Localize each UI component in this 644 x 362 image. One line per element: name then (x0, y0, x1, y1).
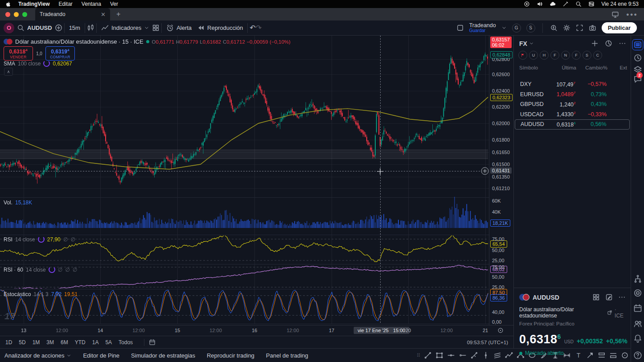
layout-menu[interactable]: Tradeando Guardar (469, 23, 496, 33)
buy-button[interactable]: 0,63194 COMPRAR (45, 46, 75, 61)
toolbar-drag-handle[interactable]: ⠿ (417, 353, 420, 358)
column-header-símbolo[interactable]: Símbolo (519, 65, 544, 70)
details-description[interactable]: Dólar australiano/Dólar estadounidense (519, 306, 605, 319)
filter-chip-h[interactable]: H (540, 51, 549, 60)
minimize-window-button[interactable] (14, 12, 19, 17)
watchlist-row-audusd[interactable]: AUDUSD0,631860,56% (515, 119, 630, 130)
info-line-tool-icon[interactable] (470, 351, 478, 359)
volume-icon[interactable] (537, 1, 543, 7)
details-symbol[interactable]: AUDUSD (533, 294, 559, 301)
rsi-legend[interactable]: RSI 14 close 27,90 ∅ ∅ (4, 236, 75, 243)
price-chart[interactable] (0, 36, 489, 325)
quick-search-icon[interactable] (550, 24, 558, 32)
settings-icon[interactable]: ∅ (70, 236, 75, 243)
spotlight-icon[interactable] (575, 1, 582, 7)
trend-line-tool-icon[interactable] (424, 351, 432, 359)
watchlist-row-gbpusd[interactable]: GBPUSD1,24020,43% (515, 99, 630, 110)
layout-checkbox-icon[interactable] (456, 24, 464, 32)
radar-rail-icon[interactable] (633, 289, 642, 297)
symbol-search-button[interactable]: AUDUSD (14, 24, 55, 32)
menubar-item-editar[interactable]: Editar (58, 1, 72, 7)
external-link-icon[interactable] (607, 310, 612, 315)
watchlist-row-dxy[interactable]: DXY107,497−0,57% (515, 79, 630, 89)
undo-icon[interactable]: ↶ (250, 24, 255, 32)
hide-icon[interactable]: ∅ (63, 236, 68, 243)
g-button[interactable]: G (512, 24, 521, 33)
go-to-date-calendar-icon[interactable] (149, 339, 156, 346)
range-button-ytd[interactable]: YTD (75, 339, 86, 346)
redo-icon[interactable]: ↷ (256, 24, 262, 32)
apple-icon[interactable] (5, 1, 11, 7)
footer-tab-reproducir-trading[interactable]: Reproducir trading (207, 352, 254, 359)
tabbar-overflow-icon[interactable]: ●●● (626, 12, 638, 17)
notifications-rail-icon[interactable] (633, 334, 642, 343)
details-menu-icon[interactable] (618, 293, 626, 301)
monitor-icon[interactable] (611, 11, 619, 18)
footer-tab-simulador-de-estrategias[interactable]: Simulador de estrategias (131, 352, 195, 359)
flag-filter-chip[interactable] (518, 51, 527, 60)
stochastic-legend[interactable]: Estocástico 14 1 3 7,92 19,51 (4, 291, 78, 297)
add-symbol-icon[interactable] (591, 40, 599, 47)
community-rail-icon[interactable] (633, 319, 642, 328)
save-layout-link[interactable]: Guardar (469, 28, 486, 33)
candles-style-icon[interactable] (87, 24, 94, 32)
new-tab-button[interactable]: + (116, 10, 120, 18)
settings-icon[interactable]: ∅ (65, 267, 70, 273)
footer-tab-panel-de-trading[interactable]: Panel de trading (266, 352, 308, 359)
alert-button[interactable]: Alerta (164, 24, 194, 32)
quantity-field[interactable]: 1,0 (36, 51, 42, 56)
collapse-pane-button[interactable]: ∧ (4, 68, 13, 76)
alerts-clock-rail-icon[interactable] (633, 53, 642, 62)
watchlist-rail-icon[interactable] (632, 39, 643, 50)
range-button-1m[interactable]: 1M (33, 339, 40, 346)
time-axis[interactable]: vie 17 Ene '2515:00 1312:001412:001512:0… (0, 325, 513, 336)
menubar-app-name[interactable]: TradingView (18, 1, 49, 7)
range-button-todos[interactable]: Todos (119, 339, 133, 346)
record-icon[interactable] (524, 1, 530, 7)
horizontal-ray-tool-icon[interactable] (459, 351, 467, 359)
footer-tab-analizador-de-acciones[interactable]: Analizador de acciones (4, 352, 71, 359)
cloud-icon[interactable] (550, 1, 556, 7)
close-window-button[interactable] (5, 12, 10, 17)
layout-grid-icon[interactable] (592, 293, 600, 301)
s-button[interactable]: S (526, 24, 535, 33)
rsi60-legend[interactable]: RSI · 60 14 close ∅ ∅ ∅ (4, 266, 77, 273)
tab-tradeando[interactable]: Tradeando ✕ (35, 8, 110, 20)
chevron-down-icon[interactable] (501, 24, 507, 32)
replay-button[interactable]: Reproducción (194, 24, 246, 32)
footer-tab-editor-de-pine[interactable]: Editor de Pine (83, 352, 119, 359)
filter-chip-n[interactable]: N (561, 51, 570, 60)
legend-title[interactable]: Dólar australiano/Dólar estadounidense ·… (15, 38, 144, 45)
pen-slash-icon[interactable] (562, 1, 569, 7)
session-clock[interactable]: 09:53:57 (UTC+1) (467, 340, 508, 345)
portfolio-pie-icon[interactable] (605, 40, 612, 47)
range-button-1a[interactable]: 1A (92, 339, 99, 346)
compare-add-icon[interactable] (55, 24, 62, 32)
range-button-6m[interactable]: 6M (61, 339, 68, 346)
more-icon[interactable]: ∅ (73, 267, 77, 273)
watchlist-row-usdcad[interactable]: USDCAD1,43302−0,33% (515, 110, 630, 120)
filter-chip-f[interactable]: F (550, 51, 559, 60)
menubar-item-ver[interactable]: Ver (110, 1, 118, 7)
traffic-lights[interactable] (0, 12, 33, 17)
symbol-legend[interactable]: Dólar australiano/Dólar estadounidense ·… (4, 38, 291, 45)
volume-legend[interactable]: Vol. 15,18K (4, 199, 32, 206)
indicators-button[interactable]: Indicadores (98, 24, 152, 32)
zoom-window-button[interactable] (22, 12, 27, 17)
sma-legend[interactable]: SMA 100 close 0,62067 (4, 60, 72, 67)
column-header-última[interactable]: Última (544, 65, 576, 70)
edit-note-icon[interactable] (605, 293, 613, 301)
snapshot-camera-icon[interactable] (589, 24, 596, 32)
filter-chip-u[interactable]: U (529, 51, 538, 60)
range-button-3m[interactable]: 3M (46, 339, 54, 346)
help-rail-icon[interactable] (633, 351, 642, 360)
column-header-ext[interactable]: Ext (607, 65, 627, 70)
zigzag-tool-icon[interactable] (505, 351, 513, 359)
horizontal-line-tool-icon[interactable] (447, 351, 455, 359)
rectangle-tool-icon[interactable] (435, 351, 443, 359)
range-button-5a[interactable]: 5A (105, 339, 112, 346)
timezone-settings-icon[interactable] (497, 327, 504, 334)
watchlist-row-eurusd[interactable]: EURUSD1,048970,73% (515, 89, 630, 100)
filter-chip-s[interactable]: S (582, 51, 591, 60)
range-button-5d[interactable]: 5D (19, 339, 25, 346)
